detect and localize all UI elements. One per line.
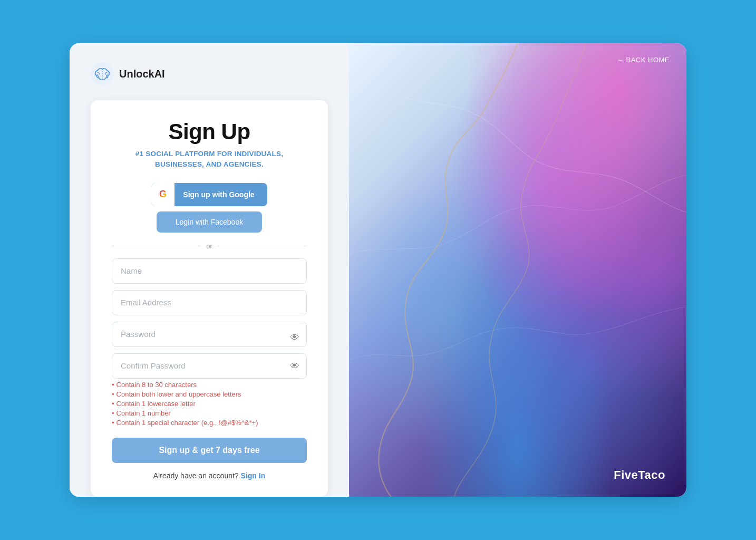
facebook-login-button[interactable]: Login with Facebook [157,211,262,233]
password-eye-icon[interactable]: 👁 [290,333,299,342]
password-requirements: • Contain 8 to 30 characters • Contain b… [112,381,307,428]
google-icon: G [151,183,175,206]
left-panel: UnlockAI Sign Up #1 SOCIAL PLATFORM FOR … [70,43,349,497]
logo-row: UnlockAI [91,62,165,85]
or-divider: or [112,242,307,250]
confirm-password-wrap: 👁 [112,353,307,379]
name-input[interactable] [112,258,307,284]
req-item-4: • Contain 1 number [112,409,307,417]
back-home-link[interactable]: ← BACK HOME [617,56,670,64]
brain-icon [91,62,114,85]
confirm-eye-icon[interactable]: 👁 [290,361,299,371]
signup-subtitle: #1 SOCIAL PLATFORM FOR INDIVIDUALS, BUSI… [135,149,283,170]
or-text: or [206,242,212,250]
password-input[interactable] [112,322,307,347]
right-panel: ← BACK HOME FiveTaco [349,43,686,497]
facebook-button-label: Login with Facebook [176,218,243,226]
page-title: Sign Up [168,119,250,144]
sign-in-link[interactable]: Sign In [241,471,266,480]
req-item-3: • Contain 1 lowercase letter [112,400,307,408]
email-input[interactable] [112,290,307,315]
fivetaco-brand: FiveTaco [614,468,665,482]
form-card: Sign Up #1 SOCIAL PLATFORM FOR INDIVIDUA… [91,100,328,497]
google-signup-button[interactable]: G Sign up with Google [151,183,267,206]
already-account: Already have an account? Sign In [153,471,265,480]
req-item-5: • Contain 1 special character (e.g., !@#… [112,419,307,427]
divider-line-left [112,246,201,246]
confirm-password-input[interactable] [112,353,307,379]
google-button-label: Sign up with Google [175,190,267,199]
password-wrap: 👁 [112,322,307,353]
logo-title: UnlockAI [119,68,165,80]
divider-line-right [218,246,307,246]
req-item-2: • Contain both lower and uppercase lette… [112,390,307,398]
req-item-1: • Contain 8 to 30 characters [112,381,307,389]
main-card: UnlockAI Sign Up #1 SOCIAL PLATFORM FOR … [70,43,686,497]
marble-veins [349,43,686,497]
signup-button[interactable]: Sign up & get 7 days free [112,438,307,463]
